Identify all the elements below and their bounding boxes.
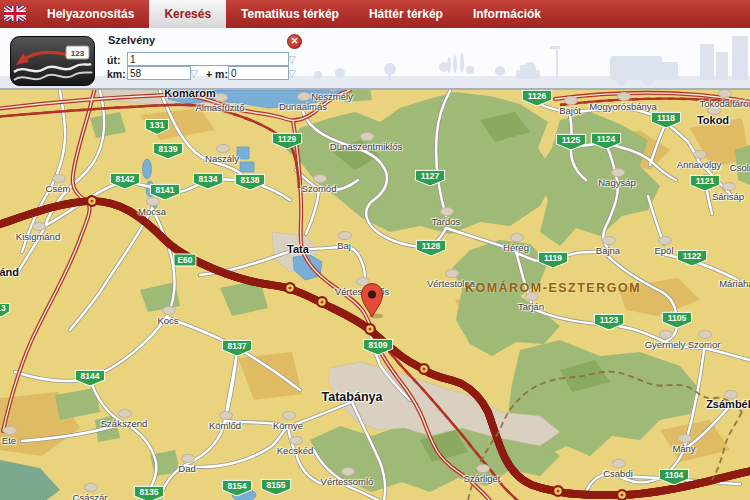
road-number-badge: 1127 xyxy=(415,170,446,187)
town-label: Bajna xyxy=(596,245,620,256)
town-label: Máriahalom xyxy=(719,278,750,289)
road-number-badge: 1122 xyxy=(677,250,708,267)
town-label: Dunaszentmiklós xyxy=(330,141,402,152)
road-number-badge: 1123 xyxy=(594,314,625,331)
euro-route-badge: E60 xyxy=(173,254,196,267)
road-number-badge: 1126 xyxy=(522,90,553,107)
road-number-badge: 1125 xyxy=(556,134,587,151)
town-label: Csabdi xyxy=(603,468,633,479)
town-label: Baj xyxy=(337,240,351,251)
field-label-ut: út: xyxy=(107,54,120,66)
town-label: Epöl xyxy=(654,245,673,256)
panel-title: Szelvény xyxy=(108,34,155,46)
road-number-badge: 8141 xyxy=(150,184,181,201)
town-label: Mogyorósbánya xyxy=(589,101,657,112)
tab-informaciok[interactable]: Információk xyxy=(458,0,556,28)
road-number-badge: 8109 xyxy=(363,339,394,356)
town-label: Kecskéd xyxy=(277,445,313,456)
road-number-badge: 131 xyxy=(145,119,170,135)
m-input[interactable] xyxy=(228,66,289,80)
ut-dropdown-arrow-icon[interactable]: ▽ xyxy=(288,55,296,65)
town-label: Szárliget xyxy=(464,473,501,484)
logo-plate-text: 123 xyxy=(71,49,85,58)
town-label: Gyermely xyxy=(645,339,686,350)
road-number-badge: 1129 xyxy=(272,133,303,150)
town-label: Szomor xyxy=(688,339,721,350)
town-label: Komárom xyxy=(164,90,215,99)
town-label: Császár xyxy=(73,492,108,500)
road-number-badge: 8137 xyxy=(222,340,253,357)
town-label: Bajót xyxy=(559,105,581,116)
field-label-km: km: xyxy=(107,68,126,80)
town-label: Kisigmánd xyxy=(16,231,60,242)
road-number-badge: 1128 xyxy=(416,240,447,257)
road-number-badge: 1118 xyxy=(651,112,682,129)
town-label: Almásfüzitő xyxy=(195,102,244,113)
town-label: Annavölgy xyxy=(677,159,721,170)
road-number-badge: 1104 xyxy=(659,469,690,486)
ut-input[interactable] xyxy=(127,52,289,66)
town-label: Csém xyxy=(46,183,71,194)
town-label: Vértessomló xyxy=(321,476,374,487)
town-label: Ete xyxy=(2,435,16,446)
town-label: Mocsa xyxy=(138,206,166,217)
search-panel: 123 Szelvény ✕ út: ▽ km: ▽ + m: ▽ xyxy=(0,28,750,90)
tab-helyazonositas[interactable]: Helyazonosítás xyxy=(32,0,149,28)
town-label: Szákszend xyxy=(101,418,147,429)
town-label: Környe xyxy=(273,420,303,431)
road-number-badge: 8135 xyxy=(134,486,165,500)
road-number-badge: 8154 xyxy=(222,480,253,497)
town-label: Tokodaltáró xyxy=(699,98,748,109)
road-number-badge: 1124 xyxy=(591,133,622,150)
town-label: Dad xyxy=(178,463,195,474)
town-label: Nagysáp xyxy=(598,177,636,188)
tab-tematikus-terkep[interactable]: Tematikus térkép xyxy=(226,0,354,28)
town-label: Naszály xyxy=(205,153,239,164)
town-label: Dunaalmás xyxy=(279,101,327,112)
road-section-logo: 123 xyxy=(10,36,95,86)
km-dropdown-arrow-icon[interactable]: ▽ xyxy=(190,69,198,79)
road-number-badge: 8142 xyxy=(110,173,141,190)
town-label: Kocs xyxy=(157,315,178,326)
m-dropdown-arrow-icon[interactable]: ▽ xyxy=(288,69,296,79)
road-number-badge: 8144 xyxy=(75,370,106,387)
town-label: Mány xyxy=(672,443,695,454)
tab-hatter-terkep[interactable]: Háttér térkép xyxy=(354,0,458,28)
road-number-badge: 8134 xyxy=(193,173,224,190)
town-label: Kömlőd xyxy=(209,420,241,431)
town-label: Zsámbék xyxy=(706,398,750,410)
road-number-badge: 13 xyxy=(0,303,11,318)
top-navigation: Helyazonosítás Keresés Tematikus térkép … xyxy=(0,0,750,28)
town-label: Héreg xyxy=(503,242,529,253)
road-number-badge: 8139 xyxy=(153,143,184,160)
town-label: Tarján xyxy=(518,301,544,312)
town-label: Sárisáp xyxy=(712,191,744,202)
map-canvas[interactable]: KomáromAlmásfüzitőNaszályMocsaCsémKisigm… xyxy=(0,90,750,500)
uk-flag-icon[interactable] xyxy=(4,6,26,21)
town-label: Tatabánya xyxy=(322,390,383,404)
km-input[interactable] xyxy=(127,66,191,80)
road-number-badge: 1119 xyxy=(538,252,569,269)
town-label: Csolnok xyxy=(730,162,750,173)
field-label-m: + m: xyxy=(206,68,228,80)
town-label: Tata xyxy=(287,243,309,255)
town-label: Szomód xyxy=(302,183,337,194)
road-number-badge: 8155 xyxy=(261,479,292,496)
town-label: Nagyigmánd xyxy=(0,266,19,278)
town-label: Tardos xyxy=(432,216,461,227)
close-icon[interactable]: ✕ xyxy=(287,34,302,49)
town-label: Tokod xyxy=(697,114,729,126)
road-number-badge: 8138 xyxy=(235,174,266,191)
road-number-badge: 1121 xyxy=(690,175,721,192)
tab-kereses[interactable]: Keresés xyxy=(149,0,226,28)
road-number-badge: 1105 xyxy=(662,312,693,329)
county-label: KOMÁROM-ESZTERGOM xyxy=(465,281,641,295)
location-marker[interactable] xyxy=(358,283,386,321)
